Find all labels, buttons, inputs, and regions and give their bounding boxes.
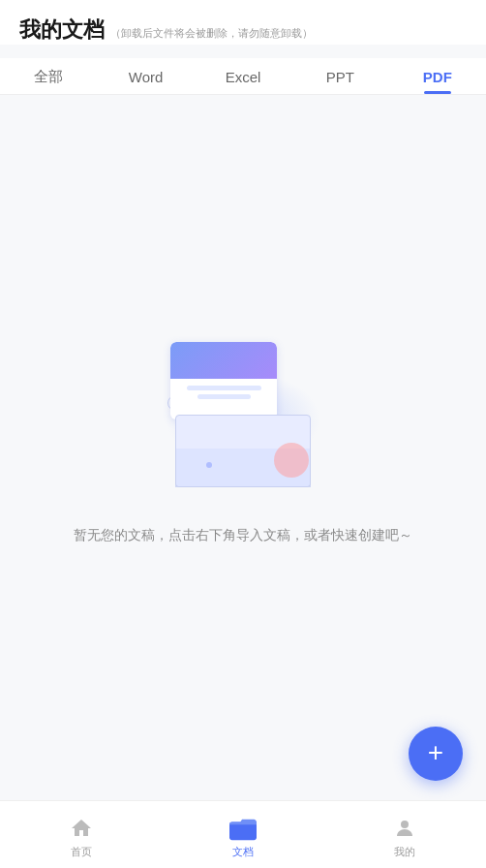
tab-ppt[interactable]: PPT <box>291 59 388 93</box>
header: 我的文档 （卸载后文件将会被删除，请勿随意卸载） <box>0 0 486 45</box>
tab-word[interactable]: Word <box>97 59 194 93</box>
nav-label-home: 首页 <box>71 845 92 859</box>
nav-item-docs[interactable]: 文档 <box>162 811 323 859</box>
svg-point-1 <box>401 821 409 828</box>
nav-item-home[interactable]: 首页 <box>0 811 162 859</box>
bottom-nav: 首页 文档 我的 <box>0 800 486 868</box>
empty-state-text: 暂无您的文稿，点击右下角导入文稿，或者快速创建吧～ <box>74 524 412 545</box>
tab-bar: 全部 Word Excel PPT PDF <box>0 58 486 95</box>
page-title: 我的文档 <box>19 16 105 45</box>
tab-excel[interactable]: Excel <box>195 59 291 93</box>
tab-pdf[interactable]: PDF <box>389 59 486 93</box>
letter-header-band <box>170 342 277 379</box>
nav-label-mine: 我的 <box>394 845 415 859</box>
tab-all[interactable]: 全部 <box>0 58 97 94</box>
nav-label-docs: 文档 <box>232 845 254 859</box>
plus-icon: + <box>428 739 443 766</box>
add-fab-button[interactable]: + <box>409 727 463 781</box>
main-content: 暂无您的文稿，点击右下角导入文稿，或者快速创建吧～ <box>0 95 486 793</box>
letter-line-2 <box>197 394 251 399</box>
letter-line-1 <box>187 386 261 390</box>
folder-icon <box>229 815 257 842</box>
home-icon <box>68 815 95 842</box>
nav-item-mine[interactable]: 我的 <box>324 811 486 859</box>
page-subtitle: （卸载后文件将会被删除，请勿随意卸载） <box>110 26 313 41</box>
person-icon <box>391 815 418 842</box>
empty-illustration <box>156 342 330 497</box>
